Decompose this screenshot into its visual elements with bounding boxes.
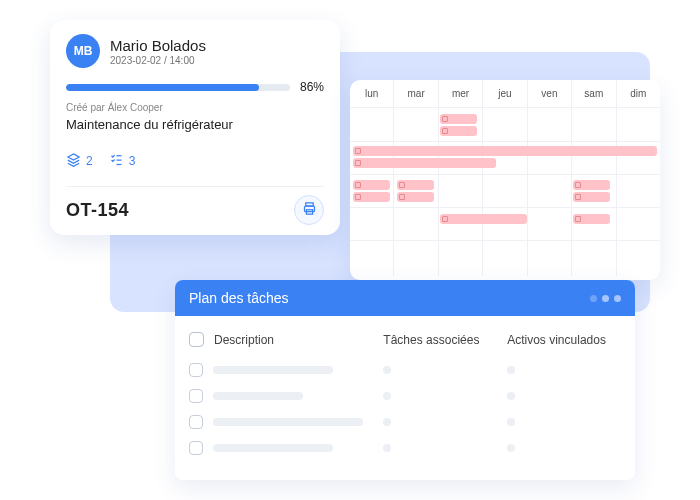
- work-order-footer: OT-154: [66, 186, 324, 225]
- skeleton-dot: [507, 366, 515, 374]
- checklist-icon: [109, 152, 124, 170]
- row-checkbox[interactable]: [189, 389, 203, 403]
- table-row[interactable]: [175, 357, 635, 383]
- skeleton-dot: [383, 392, 391, 400]
- select-all-checkbox[interactable]: [189, 332, 204, 347]
- user-name: Mario Bolados: [110, 37, 206, 54]
- skeleton-text: [213, 366, 333, 374]
- row-checkbox[interactable]: [189, 441, 203, 455]
- table-row[interactable]: [175, 409, 635, 435]
- calendar-event[interactable]: [573, 180, 610, 190]
- work-order-title: Maintenance du réfrigérateur: [66, 117, 324, 132]
- skeleton-text: [213, 418, 363, 426]
- calendar-event[interactable]: [397, 192, 434, 202]
- calendar-grid: [350, 108, 660, 276]
- layers-count: 2: [66, 152, 93, 170]
- calendar-event[interactable]: [440, 114, 477, 124]
- checklist-value: 3: [129, 154, 136, 168]
- progress-fill: [66, 84, 259, 91]
- table-row[interactable]: [175, 383, 635, 409]
- work-order-id: OT-154: [66, 200, 129, 221]
- checklist-count: 3: [109, 152, 136, 170]
- progress-percent: 86%: [300, 80, 324, 94]
- calendar-event[interactable]: [573, 192, 610, 202]
- work-order-meta: 2 3: [66, 152, 324, 170]
- dot-icon: [614, 295, 621, 302]
- progress-track: [66, 84, 290, 91]
- calendar-event[interactable]: [353, 180, 390, 190]
- task-plan-title: Plan des tâches: [189, 290, 289, 306]
- calendar-event[interactable]: [353, 158, 496, 168]
- task-plan-card: Plan des tâches Description Tâches assoc…: [175, 280, 635, 480]
- work-order-datetime: 2023-02-02 / 14:00: [110, 55, 206, 66]
- table-row[interactable]: [175, 435, 635, 461]
- layers-value: 2: [86, 154, 93, 168]
- dot-icon: [590, 295, 597, 302]
- skeleton-dot: [507, 444, 515, 452]
- calendar-event[interactable]: [353, 146, 657, 156]
- skeleton-dot: [507, 418, 515, 426]
- calendar-event[interactable]: [440, 214, 527, 224]
- row-checkbox[interactable]: [189, 415, 203, 429]
- calendar-event[interactable]: [573, 214, 610, 224]
- task-plan-header: Plan des tâches: [175, 280, 635, 316]
- calendar-day-header: ven: [527, 80, 571, 107]
- calendar-card: lun mar mer jeu ven sam dim: [350, 80, 660, 280]
- work-order-header: MB Mario Bolados 2023-02-02 / 14:00: [66, 34, 324, 68]
- skeleton-dot: [507, 392, 515, 400]
- skeleton-dot: [383, 444, 391, 452]
- avatar: MB: [66, 34, 100, 68]
- work-order-card: MB Mario Bolados 2023-02-02 / 14:00 86% …: [50, 20, 340, 235]
- calendar-day-header: mer: [438, 80, 482, 107]
- calendar-day-header: dim: [616, 80, 660, 107]
- calendar-header: lun mar mer jeu ven sam dim: [350, 80, 660, 108]
- row-checkbox[interactable]: [189, 363, 203, 377]
- created-by-label: Créé par Álex Cooper: [66, 102, 324, 113]
- calendar-event[interactable]: [353, 192, 390, 202]
- dot-icon: [602, 295, 609, 302]
- column-assets: Activos vinculados: [507, 333, 621, 347]
- calendar-event[interactable]: [397, 180, 434, 190]
- column-description: Description: [214, 333, 373, 347]
- window-dots: [590, 295, 621, 302]
- skeleton-dot: [383, 418, 391, 426]
- calendar-day-header: jeu: [482, 80, 526, 107]
- skeleton-text: [213, 444, 333, 452]
- progress-row: 86%: [66, 80, 324, 94]
- calendar-day-header: sam: [571, 80, 615, 107]
- calendar-body: [350, 108, 660, 276]
- calendar-event[interactable]: [440, 126, 477, 136]
- skeleton-text: [213, 392, 303, 400]
- calendar-day-header: lun: [350, 80, 393, 107]
- printer-icon: [302, 201, 317, 220]
- task-plan-columns: Description Tâches associées Activos vin…: [175, 316, 635, 357]
- layers-icon: [66, 152, 81, 170]
- skeleton-dot: [383, 366, 391, 374]
- calendar-day-header: mar: [393, 80, 437, 107]
- column-assoc: Tâches associées: [383, 333, 497, 347]
- print-button[interactable]: [294, 195, 324, 225]
